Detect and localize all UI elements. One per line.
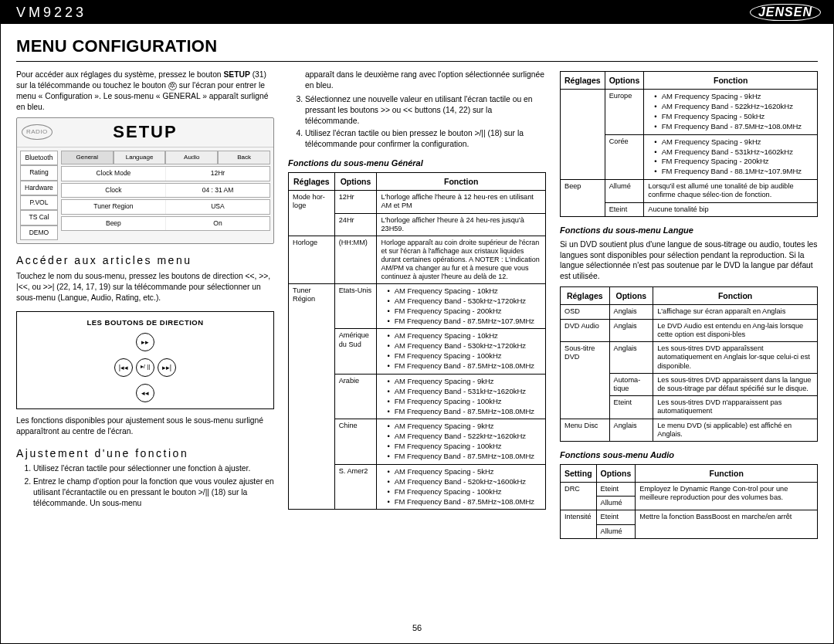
- td: Arabie: [334, 374, 377, 419]
- td: Les sous-titres DVD apparaissent dans la…: [653, 373, 818, 395]
- step: Entrez le champ d'option pour la fonctio…: [33, 476, 274, 509]
- td: Anglais: [609, 342, 653, 374]
- td: Lorsqu'il est allumé une tonalité de bip…: [644, 180, 818, 202]
- th: Function: [636, 464, 818, 482]
- kv-key: Clock: [62, 184, 166, 197]
- td: Mode hor- loge: [289, 191, 335, 236]
- td: Allumé: [596, 524, 636, 538]
- radio-badge: RADIO: [22, 124, 53, 141]
- td: Le menu DVD (si applicable) est affiché …: [653, 419, 818, 441]
- setup-title: SETUP: [113, 120, 177, 144]
- kv-key: Tuner Region: [62, 200, 166, 213]
- td: Aucune tonalité bip: [644, 202, 818, 216]
- side-item: Rating: [20, 165, 58, 180]
- table-caption-langue: Fonctions du sous-menu Langue: [560, 225, 818, 236]
- td: Horloge apparaît au coin droite supérieu…: [377, 236, 546, 284]
- td: Eteint: [596, 483, 636, 497]
- td: Allumé: [605, 180, 644, 202]
- side-item: P.VOL: [20, 195, 58, 210]
- model-number: VM9223: [16, 5, 86, 21]
- page-header: VM9223 JENSEN: [1, 1, 833, 24]
- dpad-up-icon: ▸▸: [136, 333, 154, 351]
- subheading-adjust: Ajustement d'une fonction: [16, 446, 274, 461]
- kv-val: On: [166, 217, 270, 230]
- td: Chine: [334, 419, 377, 465]
- setup-side-tabs: Bluetooth Rating Hardware P.VOL TS Cal D…: [20, 151, 58, 241]
- column-2: apparaît dans le deuxième rang avec l'op…: [288, 69, 546, 539]
- step: Sélectionnez une nouvelle valeur en util…: [305, 94, 546, 127]
- side-item: Hardware: [20, 181, 58, 195]
- title-rule: [16, 61, 818, 62]
- step-continuation: apparaît dans le deuxième rang avec l'op…: [288, 69, 546, 91]
- brand-logo: JENSEN: [750, 4, 821, 21]
- td: L'affichage sur écran apparaît en Anglai…: [653, 305, 818, 319]
- access-paragraph-2: Les fonctions disponibles pour ajustemen…: [16, 415, 274, 437]
- intro-paragraph: Pour accéder aux réglages du système, pr…: [16, 69, 274, 113]
- table-langue: Réglages Options Fonction OSDAnglaisL'af…: [560, 286, 818, 442]
- td-list: AM Frequency Spacing - 9kHzAM Frequency …: [644, 134, 818, 180]
- td: OSD: [561, 305, 610, 319]
- tab: Audio: [165, 151, 218, 165]
- kv-key: Beep: [62, 217, 166, 230]
- th: Fonction: [644, 72, 818, 90]
- th: Réglages: [289, 173, 335, 191]
- td: DVD Audio: [561, 319, 610, 341]
- td-list: AM Frequency Spacing - 10kHzAM Frequency…: [377, 283, 546, 329]
- subheading-access: Accéder aux articles menu: [16, 253, 274, 268]
- td: Mettre la fonction BassBoost en marche/e…: [636, 510, 818, 538]
- adjust-steps-cont: Sélectionnez une nouvelle valeur en util…: [288, 94, 546, 150]
- td: Eteint: [605, 202, 644, 216]
- td: DRC: [561, 483, 597, 510]
- direction-buttons-box: LES BOUTONS DE DIRECTION ▸▸ ◂◂ |◂◂ ▸▸| ▸…: [16, 311, 274, 409]
- access-paragraph: Touchez le nom du sous-menu, pressez les…: [16, 271, 274, 303]
- tab: General: [61, 151, 114, 165]
- page-title: MENU CONFIGURATION: [16, 36, 818, 56]
- kv-val: 04 : 31 AM: [166, 184, 270, 197]
- page-number: 56: [1, 623, 833, 632]
- td: Eteint: [596, 510, 636, 524]
- th: Options: [609, 287, 653, 305]
- td: Allumé: [596, 497, 636, 510]
- setup-screenshot: RADIO SETUP Bluetooth Rating Hardware P.…: [16, 117, 274, 245]
- td: Anglais: [609, 419, 653, 441]
- td: Automa-tique: [609, 373, 653, 395]
- td: Sous-titre DVD: [561, 342, 610, 419]
- td: L'horloge afficher l'heure à 24 heu-res …: [377, 213, 546, 236]
- td-list: AM Frequency Spacing - 9kHzAM Frequency …: [377, 374, 546, 419]
- td-list: AM Frequency Spacing - 5kHzAM Frequency …: [377, 464, 546, 510]
- th: Options: [334, 173, 377, 191]
- td: Eteint: [609, 396, 653, 419]
- td: Amérique du Sud: [334, 329, 377, 375]
- kv-val: USA: [166, 200, 270, 213]
- td-list: AM Frequency Spacing - 10kHzAM Frequency…: [377, 329, 546, 375]
- dpad-down-icon: ◂◂: [136, 384, 154, 402]
- gear-icon: [168, 82, 177, 90]
- setup-top-tabs: General Language Audio Back: [61, 151, 270, 165]
- th: Options: [596, 464, 636, 482]
- td: (HH:MM): [334, 236, 377, 284]
- td: Europe: [605, 90, 644, 135]
- side-item: DEMO: [20, 225, 58, 240]
- td-list: AM Frequency Spacing - 9kHzAM Frequency …: [377, 419, 546, 465]
- columns: Pour accéder aux réglages du système, pr…: [16, 69, 818, 539]
- dpad-left-icon: |◂◂: [114, 358, 133, 377]
- page-content: MENU CONFIGURATION Pour accéder aux régl…: [1, 24, 833, 547]
- tab: Back: [218, 151, 270, 165]
- td: Intensité: [561, 510, 597, 538]
- td: S. Amer2: [334, 464, 377, 510]
- td: Corée: [605, 134, 644, 180]
- table-general: Réglages Options Fonction Mode hor- loge…: [288, 172, 546, 510]
- th: Setting: [561, 464, 597, 482]
- td: 12Hr: [334, 191, 377, 213]
- td: Anglais: [609, 319, 653, 341]
- step: Utilisez l'écran tactile pour sélectionn…: [33, 463, 274, 474]
- step: Utilisez l'écran tactile ou bien pressez…: [305, 128, 546, 150]
- table-general-cont: Réglages Options Fonction EuropeAM Frequ…: [560, 71, 818, 217]
- langue-paragraph: Si un DVD soutient plus d'une langue de …: [560, 239, 818, 283]
- td: Les sous-titres DVD n'apparaissent pas a…: [653, 396, 818, 419]
- th: Fonction: [377, 173, 546, 191]
- column-1: Pour accéder aux réglages du système, pr…: [16, 69, 274, 539]
- th: Réglages: [561, 72, 605, 90]
- th: Options: [605, 72, 644, 90]
- side-item: Bluetooth: [20, 151, 58, 165]
